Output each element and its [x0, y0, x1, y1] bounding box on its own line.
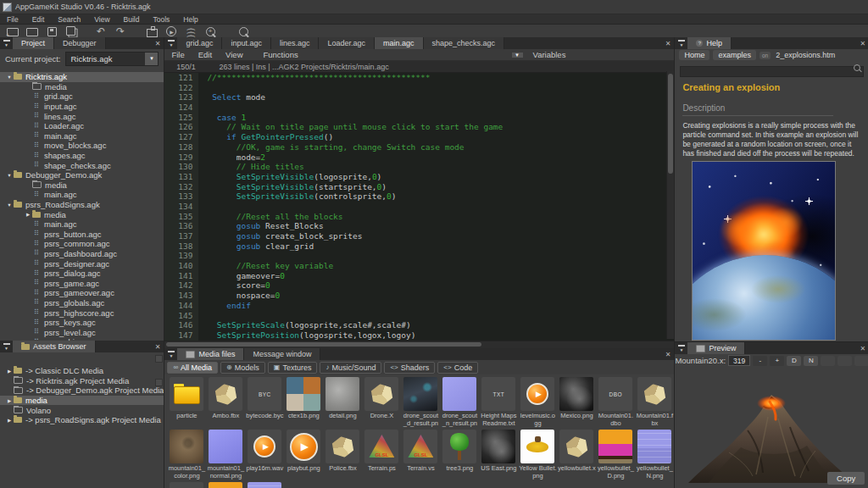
scrollbar-thumb[interactable] [668, 74, 673, 174]
menu-view[interactable]: View [87, 15, 116, 24]
assets-item-volano[interactable]: Volano [0, 405, 164, 415]
panel-menu-icon[interactable] [0, 37, 13, 49]
close-icon[interactable]: ✕ [860, 342, 866, 354]
menu-help[interactable]: Help [176, 15, 204, 24]
media-item-play16m-wav[interactable]: play16m.wav [245, 427, 284, 480]
media-item-terrain-ps[interactable]: Terrain.ps [362, 427, 401, 480]
breadcrumb-2-explosions-htm[interactable]: 2_explosions.htm [774, 50, 837, 60]
media-item[interactable] [167, 480, 206, 488]
media-item-drone-scout-d-result-png[interactable]: drone_scout_d_result.png [401, 374, 440, 427]
debug-zoom-icon[interactable] [202, 25, 219, 38]
tree-item-media[interactable]: ▶media [0, 209, 164, 219]
media-item-drone-x[interactable]: Drone.X [362, 374, 401, 427]
scroll-down-button[interactable] [155, 379, 163, 386]
panel-menu-icon[interactable] [675, 37, 687, 49]
open-project-icon[interactable] [24, 25, 41, 38]
menu-edit[interactable]: Edit [25, 15, 52, 24]
media-item-yellowbullet-x[interactable]: yellowbullet.x [557, 427, 596, 480]
preview-value[interactable]: 319 [728, 355, 750, 366]
media-item-drone-scout-n-result-png[interactable]: drone_scout_n_result.png [440, 374, 479, 427]
preview-ghost-button[interactable]: □ [837, 356, 852, 366]
tree-item-psrs-keys-agc[interactable]: psrs_keys.agc [0, 318, 164, 328]
menu-build[interactable]: Build [117, 15, 147, 24]
filter-models[interactable]: ⊕Models [220, 362, 265, 374]
media-item-mountain01-normal-png[interactable]: mountain01_normal.png [206, 427, 245, 480]
media-item-levelmusic-ogg[interactable]: levelmusic.ogg [518, 374, 557, 427]
filter-code[interactable]: <>Code [437, 362, 478, 374]
tree-item-psrs-gameover-agc[interactable]: psrs_gameover.agc [0, 288, 164, 298]
redo-icon[interactable]: ↷ [112, 25, 129, 38]
broadcast-icon[interactable] [182, 25, 199, 38]
tree-item-psrs-game-agc[interactable]: psrs_game.agc [0, 278, 164, 288]
tree-item-psrs-dashboard-agc[interactable]: psrs_dashboard.agc [0, 249, 164, 259]
undo-icon[interactable]: ↶ [92, 25, 109, 38]
close-icon[interactable]: ✕ [155, 341, 161, 352]
menu-file[interactable]: File [0, 15, 25, 24]
tree-item-debugger-demo-agk[interactable]: ▼Debugger_Demo.agk [0, 170, 164, 180]
tree-item-grid-agc[interactable]: grid.agc [0, 92, 164, 102]
media-item-detail-png[interactable]: detail.png [323, 374, 362, 427]
tree-item-media[interactable]: media [0, 180, 164, 191]
editor-horizontal-scrollbar[interactable] [164, 341, 674, 348]
tree-item-main-agc[interactable]: main.agc [0, 190, 164, 200]
chevron-down-icon[interactable]: ▼ [512, 53, 523, 58]
preview--button[interactable]: - [753, 356, 767, 366]
tree-item-main-agc[interactable]: main.agc [0, 131, 164, 141]
assets-item-media[interactable]: ▶media [0, 396, 164, 406]
current-project-dropdown[interactable]: Ricktris.agk ▼ [65, 52, 159, 66]
copy-button[interactable]: Copy [827, 472, 865, 485]
run-icon[interactable] [163, 25, 180, 38]
expander-icon[interactable]: ▼ [5, 75, 14, 80]
chevron-down-icon[interactable]: ▼ [145, 53, 158, 65]
media-item[interactable] [206, 480, 245, 488]
media-item-mountain01-fbx[interactable]: Mountain01.fbx [635, 374, 674, 427]
media-item-mountain01-color-png[interactable]: mountain01_color.png [167, 427, 206, 480]
expander-icon[interactable]: ▶ [5, 369, 14, 374]
close-icon[interactable]: ✕ [665, 348, 671, 360]
tree-item-psrs-level-agc[interactable]: psrs_level.agc [0, 327, 164, 337]
media-item-yellowbullet-d-png[interactable]: yellowbullet_D.png [596, 427, 635, 480]
tree-item-shape-checks-agc[interactable]: shape_checks.agc [0, 160, 164, 170]
tree-item-shapes-agc[interactable]: shapes.agc [0, 151, 164, 161]
close-icon[interactable]: ✕ [665, 37, 671, 49]
tree-item-psrs-globals-agc[interactable]: psrs_globals.agc [0, 298, 164, 308]
media-item-mountain01-dbo[interactable]: Mountain01.dbo [596, 374, 635, 427]
search-icon[interactable] [854, 64, 860, 71]
media-item-ambo-fbx[interactable]: Ambo.fbx [206, 374, 245, 427]
preview-n-button[interactable]: N [804, 356, 818, 366]
media-item[interactable] [245, 480, 284, 488]
editor-tab-grid-agc[interactable]: grid.agc [177, 37, 222, 49]
editor-tab-input-agc[interactable]: input.agc [222, 37, 271, 49]
tree-item-move-blocks-agc[interactable]: move_blocks.agc [0, 141, 164, 151]
filter-shaders[interactable]: <>Shaders [384, 362, 435, 374]
tree-item-loader-agc[interactable]: Loader.agc [0, 121, 164, 131]
save-icon[interactable] [43, 25, 60, 38]
media-item-yellowbullet-n-png[interactable]: yellowbullet_N.png [635, 427, 674, 480]
assets-item-classic-dlc-media[interactable]: ▶-> Classic DLC Media [0, 366, 164, 376]
editor-menu-view[interactable]: View [219, 50, 249, 59]
media-item-terrain-vs[interactable]: Terrain.vs [401, 427, 440, 480]
preview-ghost-button[interactable]: □ [821, 356, 835, 366]
editor-tab-lines-agc[interactable]: lines.agc [271, 37, 320, 49]
tab-message-window[interactable]: Message window [244, 348, 320, 360]
scrollbar-thumb[interactable] [166, 342, 481, 347]
tab-project[interactable]: Project [13, 37, 54, 49]
tree-item-input-agc[interactable]: input.agc [0, 102, 164, 112]
filter-all-media[interactable]: ∞All Media [167, 362, 218, 374]
tree-item-psrs-designer-agc[interactable]: psrs_designer.agc [0, 258, 164, 269]
filter-textures[interactable]: ▣Textures [268, 362, 318, 374]
filter-music-sound[interactable]: ♪Music/Sound [320, 362, 381, 374]
media-item-height-maps-readme-txt[interactable]: Height Maps Readme.txt [479, 374, 518, 427]
preview--button[interactable]: + [770, 356, 784, 366]
editor-menu-file[interactable]: File [164, 50, 191, 59]
editor-tab-main-agc[interactable]: main.agc [375, 37, 424, 49]
save-all-icon[interactable] [63, 25, 80, 38]
media-item-bytecode-byc[interactable]: bytecode.byc [245, 374, 284, 427]
expander-icon[interactable]: ▼ [5, 173, 14, 178]
preview-ghost-button[interactable]: □ [854, 356, 868, 366]
expander-icon[interactable]: ▶ [24, 212, 32, 217]
panel-menu-icon[interactable] [164, 348, 177, 360]
tab-preview[interactable]: Preview [687, 342, 745, 354]
tab-assets-browser[interactable]: Assets Browser [13, 341, 96, 352]
assets-item-psrs-roadsigns-agk-project-media[interactable]: ▶-> psrs_RoadSigns.agk Project Media [0, 415, 164, 425]
